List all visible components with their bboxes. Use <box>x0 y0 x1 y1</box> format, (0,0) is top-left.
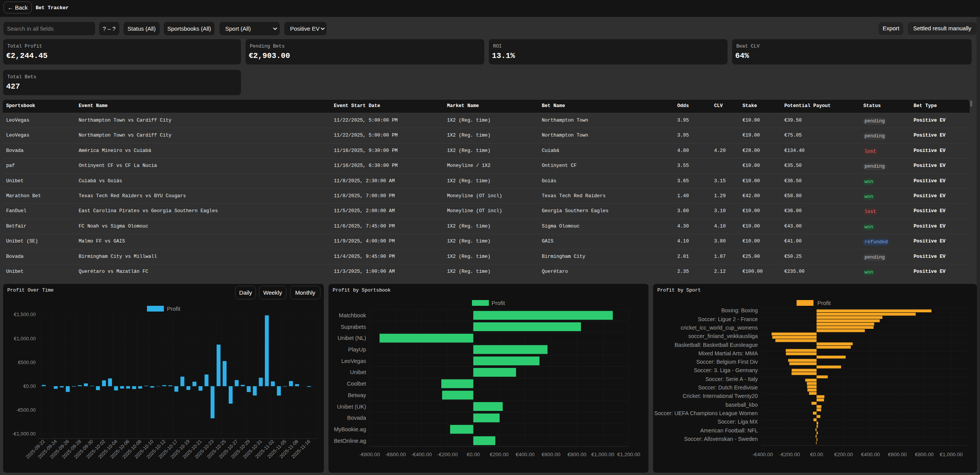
svg-text:€0.00: €0.00 <box>467 452 480 457</box>
svg-text:-€400.00: -€400.00 <box>411 452 432 457</box>
svg-text:Soccer: 3. Liga - Germany: Soccer: 3. Liga - Germany <box>694 367 758 373</box>
svg-text:-€200.00: -€200.00 <box>437 452 457 457</box>
svg-text:€1,200.00: €1,200.00 <box>617 452 640 457</box>
svg-text:€1,000.00: €1,000.00 <box>14 336 36 341</box>
svg-text:Betway: Betway <box>348 392 366 398</box>
svg-text:Profit: Profit <box>817 300 831 306</box>
svg-text:BetOnline.ag: BetOnline.ag <box>334 438 366 444</box>
svg-text:Unibet: Unibet <box>350 369 366 375</box>
svg-text:€400.00: €400.00 <box>516 452 535 457</box>
svg-text:-€1,000.00: -€1,000.00 <box>12 431 36 437</box>
svg-text:€800.00: €800.00 <box>915 452 934 457</box>
svg-text:Basketball: Basketball Eurolea: Basketball: Basketball Euroleague <box>675 342 758 348</box>
svg-text:-€200.00: -€200.00 <box>779 452 800 457</box>
svg-text:Cricket: International Twenty2: Cricket: International Twenty20 <box>683 393 758 399</box>
svg-text:Soccer: Ligue 2 - France: Soccer: Ligue 2 - France <box>698 316 758 322</box>
svg-text:€800.00: €800.00 <box>568 452 586 457</box>
svg-text:-€600.00: -€600.00 <box>385 452 406 457</box>
svg-text:Profit: Profit <box>167 305 181 312</box>
svg-text:Suprabets: Suprabets <box>341 324 366 330</box>
svg-text:soccer_finland_veikkausliiga: soccer_finland_veikkausliiga <box>688 333 758 339</box>
svg-text:-€400.00: -€400.00 <box>752 452 773 457</box>
svg-text:Unibet (UK): Unibet (UK) <box>337 404 366 410</box>
svg-text:€400.00: €400.00 <box>861 452 880 457</box>
svg-text:Coolbet: Coolbet <box>347 381 366 387</box>
svg-text:Profit: Profit <box>492 300 505 306</box>
svg-text:Soccer: Liga MX: Soccer: Liga MX <box>718 419 758 425</box>
svg-text:Soccer: UEFA Champions League: Soccer: UEFA Champions League Women <box>654 410 758 416</box>
svg-text:PlayUp: PlayUp <box>348 346 366 353</box>
svg-text:Soccer: Dutch Eredivisie: Soccer: Dutch Eredivisie <box>698 384 758 391</box>
svg-text:Matchbook: Matchbook <box>339 312 366 318</box>
svg-text:Boxing: Boxing: Boxing: Boxing <box>721 307 758 313</box>
svg-text:€0.00: €0.00 <box>23 383 36 389</box>
svg-text:€1,500.00: €1,500.00 <box>14 312 36 317</box>
svg-text:Mixed Martial Arts: MMA: Mixed Martial Arts: MMA <box>698 350 758 356</box>
svg-text:€600.00: €600.00 <box>888 452 907 457</box>
svg-text:Soccer: Allsvenskan - Sweden: Soccer: Allsvenskan - Sweden <box>684 436 758 442</box>
svg-text:€0.00: €0.00 <box>810 452 823 457</box>
svg-text:Bovada: Bovada <box>347 415 366 421</box>
svg-text:€1,000.00: €1,000.00 <box>940 452 963 457</box>
svg-text:€200.00: €200.00 <box>490 452 509 457</box>
svg-text:Unibet (NL): Unibet (NL) <box>338 335 366 341</box>
svg-text:€500.00: €500.00 <box>18 360 36 365</box>
svg-text:American Football: NFL: American Football: NFL <box>700 427 758 434</box>
svg-text:€1,000.00: €1,000.00 <box>591 452 614 457</box>
svg-text:baseball_kbo: baseball_kbo <box>726 402 758 408</box>
svg-text:Soccer: Serie A - Italy: Soccer: Serie A - Italy <box>705 376 758 382</box>
svg-text:Soccer: Belgium First Div: Soccer: Belgium First Div <box>696 359 758 365</box>
svg-text:LeoVegas: LeoVegas <box>341 358 366 364</box>
svg-text:MyBookie.ag: MyBookie.ag <box>334 426 366 432</box>
svg-text:€200.00: €200.00 <box>834 452 853 457</box>
svg-text:-€500.00: -€500.00 <box>16 407 36 413</box>
svg-text:€600.00: €600.00 <box>542 452 561 457</box>
svg-text:-€800.00: -€800.00 <box>360 452 380 457</box>
svg-text:cricket_icc_world_cup_womens: cricket_icc_world_cup_womens <box>681 325 758 331</box>
